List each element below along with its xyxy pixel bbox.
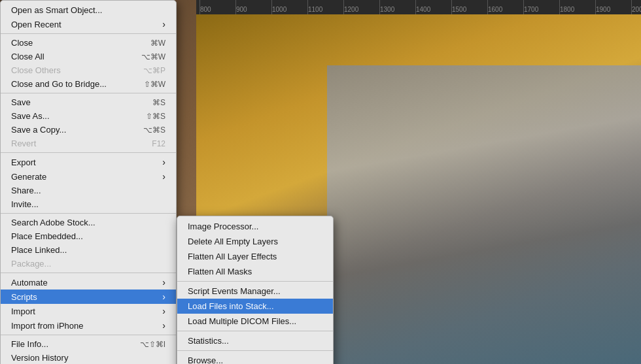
ruler-mark: 1100 <box>307 0 343 14</box>
menu-item-label: Automate <box>11 278 48 288</box>
ruler-mark: 1800 <box>559 0 595 14</box>
menu-item-label: File Info... <box>11 339 48 349</box>
menu-item-label: Save As... <box>11 111 50 121</box>
submenu-item-label: Load Files into Stack... <box>188 301 274 311</box>
menu-item-shortcut: ⌥⌘P <box>143 66 165 75</box>
submenu-item-flatten-layer-effects[interactable]: Flatten All Layer Effects <box>177 249 333 264</box>
submenu-item-label: Load Multiple DICOM Files... <box>188 316 296 326</box>
submenu-item-image-processor[interactable]: Image Processor... <box>177 219 333 234</box>
menu-item-label: Search Adobe Stock... <box>11 218 95 227</box>
ruler: 8009001000110012001300140015001600170018… <box>196 0 641 14</box>
submenu-item-label: Script Events Manager... <box>188 286 281 296</box>
menu-item-close-all[interactable]: Close All⌥⌘W <box>1 50 176 63</box>
menu-item-label: Version History <box>11 353 68 363</box>
menu-item-label: Share... <box>11 186 41 195</box>
menu-item-shortcut: ⇧⌘W <box>144 80 165 89</box>
ruler-mark: 1500 <box>451 0 487 14</box>
ruler-mark: 800 <box>199 0 235 14</box>
ruler-mark: 1700 <box>523 0 559 14</box>
submenu-separator <box>177 331 333 331</box>
menu-item-scripts[interactable]: Scripts <box>1 290 176 304</box>
menu-separator <box>1 273 176 273</box>
menu-item-label: Close All <box>11 52 44 61</box>
submenu-item-label: Statistics... <box>188 336 229 346</box>
menu-item-label: Place Embedded... <box>11 231 83 241</box>
menu-item-place-embedded[interactable]: Place Embedded... <box>1 229 176 243</box>
submenu-item-browse[interactable]: Browse... <box>177 353 333 364</box>
ruler-mark: 1000 <box>271 0 307 14</box>
submenu-item-flatten-masks[interactable]: Flatten All Masks <box>177 264 333 279</box>
menu-item-share[interactable]: Share... <box>1 184 176 197</box>
main-menu: Open as Smart Object...Open RecentClose⌘… <box>0 0 177 364</box>
menu-item-open-recent[interactable]: Open Recent <box>1 17 176 31</box>
menu-item-save-copy[interactable]: Save a Copy...⌥⌘S <box>1 123 176 137</box>
menu-separator <box>1 33 176 34</box>
ruler-mark: 900 <box>235 0 271 14</box>
submenu-item-load-files-into-stack[interactable]: Load Files into Stack... <box>177 299 333 314</box>
menu-item-label: Export <box>11 157 36 167</box>
submenu-item-statistics[interactable]: Statistics... <box>177 333 333 348</box>
menu-item-label: Place Linked... <box>11 245 67 255</box>
menu-item-close[interactable]: Close⌘W <box>1 36 176 50</box>
menu-item-label: Save <box>11 97 31 107</box>
menu-item-import[interactable]: Import <box>1 304 176 318</box>
ruler-marks: 8009001000110012001300140015001600170018… <box>196 0 641 14</box>
menu-item-export[interactable]: Export <box>1 155 176 169</box>
menu-item-label: Generate <box>11 172 46 182</box>
menu-item-label: Open Recent <box>11 20 61 29</box>
menu-item-shortcut: F12 <box>152 139 165 148</box>
menu-item-label: Save a Copy... <box>11 125 66 135</box>
menu-item-open-smart-object[interactable]: Open as Smart Object... <box>1 3 176 17</box>
ruler-mark: 1600 <box>487 0 523 14</box>
submenu-item-script-events-manager[interactable]: Script Events Manager... <box>177 284 333 299</box>
ruler-mark: 1400 <box>415 0 451 14</box>
menu-item-label: Invite... <box>11 199 39 209</box>
menu-separator <box>1 93 176 93</box>
menu-item-automate[interactable]: Automate <box>1 275 176 290</box>
menu-item-generate[interactable]: Generate <box>1 169 176 184</box>
scripts-submenu: Image Processor...Delete All Empty Layer… <box>177 216 334 364</box>
submenu-item-label: Image Processor... <box>188 222 258 231</box>
menu-item-save[interactable]: Save⌘S <box>1 95 176 109</box>
ruler-mark: 2000 <box>631 0 641 14</box>
submenu-item-delete-empty-layers[interactable]: Delete All Empty Layers <box>177 234 333 249</box>
menu-item-label: Close <box>11 38 33 48</box>
menu-item-file-info[interactable]: File Info...⌥⇧⌘I <box>1 337 176 351</box>
menu-item-shortcut: ⌥⌘S <box>143 125 165 135</box>
menu-item-label: Open as Smart Object... <box>11 5 102 15</box>
menu-item-search-adobe-stock[interactable]: Search Adobe Stock... <box>1 216 176 229</box>
submenu-separator <box>177 281 333 282</box>
menu-item-shortcut: ⌘W <box>150 39 165 48</box>
menu-separator <box>1 152 176 153</box>
menu-item-shortcut: ⌥⌘W <box>141 52 165 61</box>
menu-separator <box>1 335 176 335</box>
submenu-separator <box>177 350 333 351</box>
menu-item-shortcut: ⇧⌘S <box>146 112 165 121</box>
menu-item-close-others[interactable]: Close Others⌥⌘P <box>1 63 176 77</box>
menu-item-close-go-bridge[interactable]: Close and Go to Bridge...⇧⌘W <box>1 77 176 91</box>
menu-item-shortcut: ⌘S <box>152 98 165 107</box>
submenu-item-label: Browse... <box>188 356 223 364</box>
submenu-item-load-multiple-dicom[interactable]: Load Multiple DICOM Files... <box>177 314 333 329</box>
menu-item-label: Import <box>11 306 35 316</box>
menu-item-import-iphone[interactable]: Import from iPhone <box>1 318 176 333</box>
menu-item-label: Close Others <box>11 65 61 75</box>
ruler-mark: 1900 <box>595 0 631 14</box>
ruler-mark: 1300 <box>379 0 415 14</box>
menu-item-label: Revert <box>11 139 36 148</box>
menu-item-label: Package... <box>11 259 51 269</box>
menu-item-place-linked[interactable]: Place Linked... <box>1 243 176 257</box>
menu-item-package[interactable]: Package... <box>1 257 176 271</box>
menu-separator <box>1 213 176 214</box>
submenu-item-label: Flatten All Masks <box>188 267 252 276</box>
menu-item-version-history[interactable]: Version History <box>1 351 176 364</box>
submenu-item-label: Delete All Empty Layers <box>188 237 278 246</box>
photo-layer-2 <box>327 65 641 364</box>
menu-item-invite[interactable]: Invite... <box>1 197 176 211</box>
menu-item-shortcut: ⌥⇧⌘I <box>140 340 165 349</box>
menu-item-label: Import from iPhone <box>11 321 84 331</box>
submenu-item-label: Flatten All Layer Effects <box>188 252 277 261</box>
menu-item-revert[interactable]: RevertF12 <box>1 137 176 150</box>
menu-item-save-as[interactable]: Save As...⇧⌘S <box>1 109 176 123</box>
menu-item-label: Close and Go to Bridge... <box>11 79 107 89</box>
